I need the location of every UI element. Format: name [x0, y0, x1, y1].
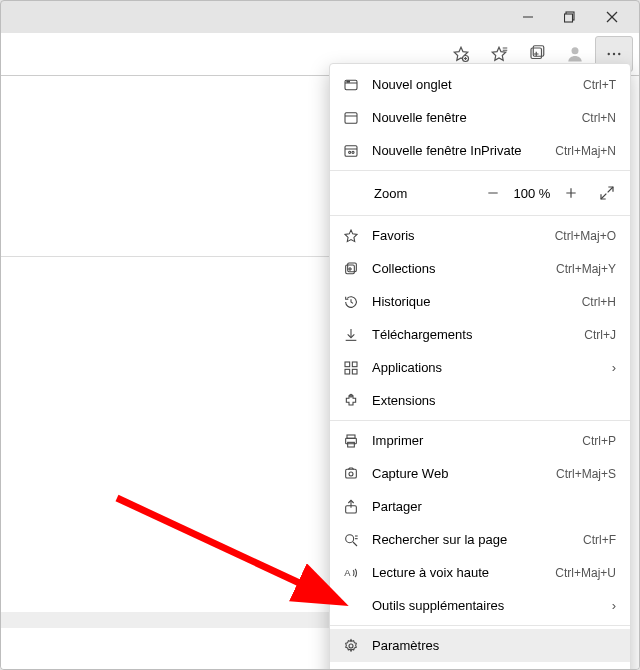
menu-item-label: Outils supplémentaires: [372, 598, 594, 613]
content-separator: [1, 256, 341, 257]
svg-rect-24: [345, 112, 357, 123]
svg-rect-26: [345, 145, 357, 156]
menu-item-label: Nouvelle fenêtre: [372, 110, 570, 125]
svg-point-59: [349, 644, 353, 648]
menu-item-shortcut: Ctrl+J: [584, 328, 616, 342]
menu-item-shortcut: Ctrl+Maj+S: [556, 467, 616, 481]
inprivate-icon: [342, 142, 360, 160]
menu-item-shortcut: Ctrl+H: [582, 295, 616, 309]
svg-rect-49: [348, 442, 355, 447]
window-maximize-button[interactable]: [549, 2, 591, 32]
menu-item-shortcut: Ctrl+N: [582, 111, 616, 125]
capture-icon: [342, 465, 360, 483]
svg-point-16: [572, 47, 579, 54]
menu-item-collections[interactable]: Collections Ctrl+Maj+Y: [330, 252, 630, 285]
menu-separator: [330, 625, 630, 626]
svg-point-19: [618, 53, 620, 55]
svg-line-34: [601, 194, 606, 199]
new-tab-icon: [342, 76, 360, 94]
svg-point-22: [347, 81, 348, 82]
menu-item-extensions[interactable]: Extensions: [330, 384, 630, 417]
settings-menu: Nouvel onglet Ctrl+T Nouvelle fenêtre Ct…: [329, 63, 631, 670]
extensions-icon: [342, 392, 360, 410]
zoom-out-button[interactable]: [478, 178, 508, 208]
search-icon: [342, 531, 360, 549]
menu-item-label: Lecture à voix haute: [372, 565, 543, 580]
menu-item-shortcut: Ctrl+P: [582, 434, 616, 448]
share-icon: [342, 498, 360, 516]
menu-item-share[interactable]: Partager: [330, 490, 630, 523]
svg-rect-37: [348, 263, 357, 272]
fullscreen-button[interactable]: [592, 178, 622, 208]
svg-point-17: [608, 53, 610, 55]
svg-marker-9: [492, 47, 506, 60]
menu-item-label: Extensions: [372, 393, 616, 408]
read-aloud-icon: A: [342, 564, 360, 582]
window-titlebar: [1, 1, 639, 33]
menu-separator: [330, 420, 630, 421]
svg-point-51: [349, 472, 353, 476]
history-icon: [342, 293, 360, 311]
svg-rect-50: [346, 469, 357, 478]
menu-item-label: Nouvelle fenêtre InPrivate: [372, 143, 543, 158]
menu-item-label: Partager: [372, 499, 616, 514]
svg-rect-13: [533, 46, 544, 57]
chevron-right-icon: ›: [606, 360, 616, 375]
window-icon: [342, 109, 360, 127]
menu-item-apps[interactable]: Applications ›: [330, 351, 630, 384]
svg-point-23: [348, 81, 349, 82]
menu-item-print[interactable]: Imprimer Ctrl+P: [330, 424, 630, 457]
svg-line-55: [353, 542, 357, 546]
download-icon: [342, 326, 360, 344]
menu-item-shortcut: Ctrl+F: [583, 533, 616, 547]
svg-rect-2: [565, 14, 573, 22]
svg-point-18: [613, 53, 615, 55]
menu-item-favorites[interactable]: Favoris Ctrl+Maj+O: [330, 219, 630, 252]
menu-item-find[interactable]: Rechercher sur la page Ctrl+F: [330, 523, 630, 556]
menu-item-label: Capture Web: [372, 466, 544, 481]
svg-text:A: A: [344, 568, 351, 578]
gear-icon: [342, 637, 360, 655]
menu-separator: [330, 170, 630, 171]
collections-icon: [342, 260, 360, 278]
menu-item-new-inprivate[interactable]: Nouvelle fenêtre InPrivate Ctrl+Maj+N: [330, 134, 630, 167]
menu-item-shortcut: Ctrl+Maj+O: [555, 229, 616, 243]
menu-item-new-window[interactable]: Nouvelle fenêtre Ctrl+N: [330, 101, 630, 134]
svg-point-29: [352, 151, 354, 153]
svg-rect-43: [352, 362, 357, 367]
window-close-button[interactable]: [591, 2, 633, 32]
menu-item-history[interactable]: Historique Ctrl+H: [330, 285, 630, 318]
menu-item-settings[interactable]: Paramètres: [330, 629, 630, 662]
menu-item-label: Imprimer: [372, 433, 570, 448]
menu-item-read-aloud[interactable]: A Lecture à voix haute Ctrl+Maj+U: [330, 556, 630, 589]
svg-rect-44: [345, 369, 350, 374]
print-icon: [342, 432, 360, 450]
menu-item-label: Téléchargements: [372, 327, 572, 342]
zoom-label: Zoom: [374, 186, 478, 201]
svg-rect-42: [345, 362, 350, 367]
menu-item-label: Collections: [372, 261, 544, 276]
zoom-value: 100 %: [508, 186, 556, 201]
menu-item-new-tab[interactable]: Nouvel onglet Ctrl+T: [330, 68, 630, 101]
apps-icon: [342, 359, 360, 377]
menu-item-shortcut: Ctrl+T: [583, 78, 616, 92]
menu-item-zoom: Zoom 100 %: [330, 174, 630, 212]
menu-item-shortcut: Ctrl+Maj+Y: [556, 262, 616, 276]
menu-item-downloads[interactable]: Téléchargements Ctrl+J: [330, 318, 630, 351]
svg-point-28: [349, 151, 351, 153]
svg-line-33: [608, 187, 613, 192]
menu-item-label: Nouvel onglet: [372, 77, 571, 92]
menu-item-more-tools[interactable]: Outils supplémentaires ›: [330, 589, 630, 622]
chevron-right-icon: ›: [606, 598, 616, 613]
menu-item-label: Applications: [372, 360, 594, 375]
svg-point-54: [346, 534, 354, 542]
menu-item-label: Favoris: [372, 228, 543, 243]
menu-item-label: Historique: [372, 294, 570, 309]
star-icon: [342, 227, 360, 245]
menu-separator: [330, 215, 630, 216]
menu-item-help[interactable]: Aide et commentaires ›: [330, 662, 630, 670]
zoom-in-button[interactable]: [556, 178, 586, 208]
window-minimize-button[interactable]: [507, 2, 549, 32]
menu-item-web-capture[interactable]: Capture Web Ctrl+Maj+S: [330, 457, 630, 490]
menu-item-shortcut: Ctrl+Maj+U: [555, 566, 616, 580]
